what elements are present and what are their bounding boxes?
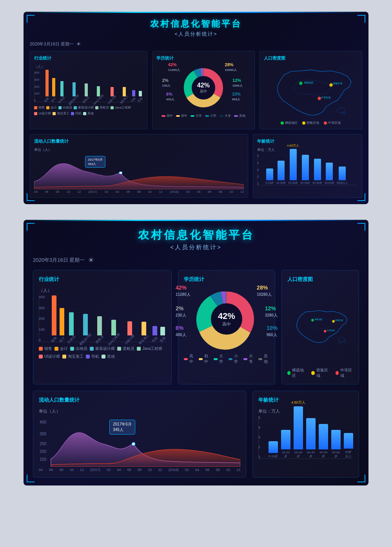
large-bar [127, 321, 132, 335]
small-bar-group: 其他 [138, 91, 143, 102]
large-donut-legend-label: 小学 [234, 353, 240, 364]
donut-legend-item: 初中 [176, 114, 187, 118]
x-label: 04 [197, 190, 201, 194]
large-map-container: 稀疏地区 密集区域 中等区域 [287, 288, 353, 366]
donut-legend-dot [191, 115, 194, 117]
small-education-panel: 学历统计 [152, 51, 255, 129]
large-bar-label: 质检员 [95, 335, 105, 344]
large-pct-42: 42%11280人 [176, 284, 191, 297]
small-donut-wrap: 42% 高中 28%10280人 12%3280人 10%960人 6%400人… [180, 64, 227, 111]
legend-label: 销售 [38, 105, 45, 110]
small-area-svg [34, 154, 244, 189]
large-legend-item: 司机 [86, 354, 99, 359]
large-bar [152, 326, 157, 335]
large-x-label: 04 [195, 468, 199, 472]
svg-point-3 [318, 97, 321, 100]
donut-legend-item: 小学 [205, 114, 216, 118]
large-age-bar [269, 441, 278, 453]
donut-legend-dot [162, 115, 165, 117]
large-legend-label: Java工程师 [142, 346, 162, 351]
page-container: 农村信息化智能平台 <人员分析统计> 2020年3月16日 星期一 ☀ 行业统计… [0, 0, 392, 497]
large-bar-group: Java工程师 [106, 320, 122, 342]
legend-item: UI设计师 [34, 111, 51, 116]
large-legend-item: 出纳员 [70, 346, 87, 351]
large-x-label: (2017) [90, 468, 100, 472]
age-bar-label: 40-50岁 [312, 181, 322, 185]
small-subtitle: <人员分析统计> [30, 31, 362, 38]
legend-item: 销售 [34, 105, 45, 110]
large-donut-legend-dot [199, 358, 203, 360]
large-pct-6: 6%400人 [176, 325, 186, 338]
age-bar-label: 30-40岁 [300, 181, 310, 185]
pct-10: 10%960人 [232, 92, 241, 101]
age-bar-group: 30-40岁 [300, 155, 310, 185]
small-bar-label: 司机 [130, 97, 137, 103]
large-legend-dot [90, 347, 94, 351]
age-bar-group: 40-50岁 [312, 159, 322, 185]
small-bar-label: 会计 [51, 97, 57, 103]
small-bar-chart: （人） 0 100 200 300 400 销售会计出纳员家装设计师质检员Jav… [34, 64, 143, 102]
large-bar-label: 会计 [58, 336, 65, 343]
x-label: 06 [208, 190, 211, 194]
age-bar-group: 0-10岁 [265, 168, 274, 185]
large-age-bar-label: 50-60岁 [331, 451, 341, 458]
corner-tl [27, 15, 34, 23]
large-bar [142, 322, 146, 335]
legend-dot [34, 112, 37, 115]
large-donut-legend-item: 小学 [229, 353, 240, 364]
large-donut-legend-dot [258, 358, 262, 360]
large-legend-item: 其他 [102, 354, 115, 359]
large-corner-tl [27, 223, 34, 231]
large-legend-label: 家装设计师 [95, 346, 115, 351]
large-age-bars: 0-10岁10-20岁4.80万人20-30岁30-40岁40-50岁50-60… [258, 416, 353, 459]
x-label: 10 [230, 190, 233, 194]
age-bar [266, 168, 273, 180]
svg-point-9 [119, 172, 122, 174]
legend-label: 司机 [75, 111, 82, 116]
legend-dot [46, 106, 49, 109]
large-donut-legend-label: 初中 [204, 353, 210, 364]
x-label: 04 [34, 190, 38, 194]
age-bar-group: 10-20岁 [276, 161, 286, 185]
map-dot [281, 121, 284, 125]
svg-text:中等区域: 中等区域 [321, 96, 330, 99]
small-bar-group: 淘宝美工 [119, 87, 130, 102]
large-map-legend-item: 中等区域 [336, 368, 353, 379]
small-edu-title: 学历统计 [156, 55, 250, 61]
large-x-axis: 0406081012(2017)020406081012(2018)020406… [39, 468, 240, 472]
small-bar [123, 87, 126, 96]
large-legend-item: 家装设计师 [90, 346, 115, 351]
small-china-map-svg: 稀疏地区 密集区域 中等区域 [264, 64, 358, 119]
large-header: 农村信息化智能平台 <人员分析统计> [33, 228, 359, 251]
large-donut-legend-item: 大学 [214, 353, 225, 364]
small-bar [139, 91, 142, 96]
large-bar [97, 316, 102, 336]
large-age-title: 年龄统计 [258, 397, 353, 404]
large-x-label: 04 [117, 468, 121, 472]
large-flow-panel: 流动人口数量统计 单位（人） [33, 391, 246, 478]
large-age-bar-group: 50-60岁 [331, 430, 341, 458]
large-subtitle: <人员分析统计> [33, 244, 359, 251]
large-legend-dot [102, 355, 105, 359]
small-bar-group: Java工程师 [91, 86, 105, 102]
small-bar-group: 家装设计师 [67, 82, 81, 102]
large-bar [52, 295, 56, 335]
large-x-label: 10 [148, 468, 152, 472]
svg-text:稀疏地区: 稀疏地区 [315, 318, 323, 321]
pct-2: 2%230人 [162, 78, 171, 88]
small-bar-label: 其他 [137, 97, 143, 103]
large-bar-label: 出纳员 [67, 335, 76, 344]
large-legend-dot [39, 355, 43, 359]
large-donut-legend: 高中初中大学小学大专其他 [184, 353, 269, 364]
large-bar [69, 312, 74, 335]
large-age-bar-label: 0-10岁 [269, 454, 278, 458]
legend-label: 质检员 [100, 105, 109, 110]
large-age-bar [344, 433, 353, 449]
pct-42: 42%11280人 [168, 62, 180, 72]
donut-legend-item: 高中 [162, 114, 173, 118]
large-y-label: （人） [39, 288, 166, 293]
large-map-legend: 稀疏地区密集区域中等区域 [287, 368, 353, 379]
age-bar-label: 0-10岁 [265, 181, 274, 185]
x-label: 10 [148, 190, 152, 194]
age-bar-label: 10-20岁 [276, 181, 286, 185]
